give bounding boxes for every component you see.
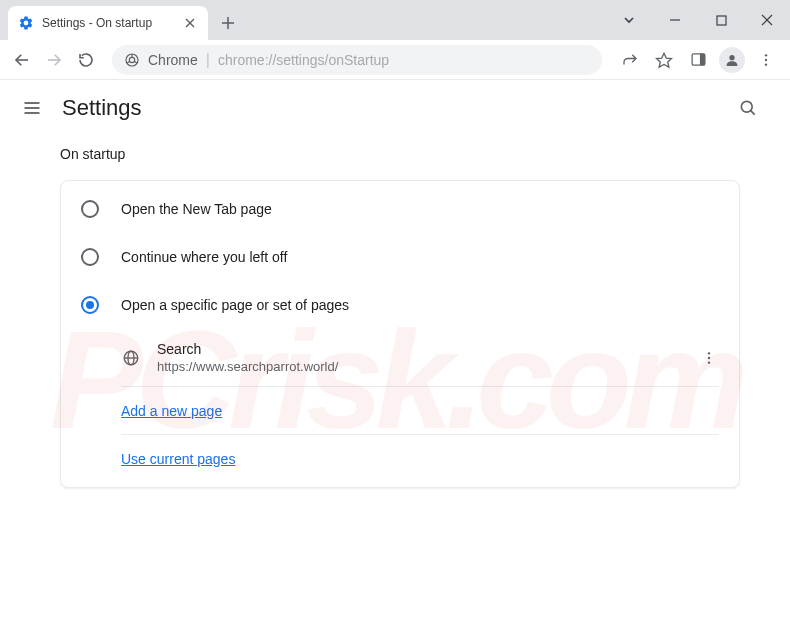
settings-page: PCrisk.com Settings On startup Open the … <box>0 80 790 640</box>
window-title-bar: Settings - On startup <box>0 0 790 40</box>
svg-line-13 <box>134 61 137 63</box>
close-icon[interactable] <box>182 15 198 31</box>
svg-line-26 <box>751 111 755 115</box>
omnibox-path: chrome://settings/onStartup <box>218 52 389 68</box>
content-area: On startup Open the New Tab page Continu… <box>0 136 790 488</box>
address-bar[interactable]: Chrome | chrome://settings/onStartup <box>112 45 602 75</box>
chrome-icon <box>124 52 140 68</box>
browser-toolbar: Chrome | chrome://settings/onStartup <box>0 40 790 80</box>
maximize-button[interactable] <box>698 4 744 36</box>
option-label: Open the New Tab page <box>121 201 272 217</box>
section-title: On startup <box>60 146 740 162</box>
startup-card: Open the New Tab page Continue where you… <box>60 180 740 488</box>
radio-icon <box>81 248 99 266</box>
option-label: Continue where you left off <box>121 249 287 265</box>
entry-title: Search <box>157 341 683 357</box>
kebab-menu-icon[interactable] <box>750 44 782 76</box>
svg-point-31 <box>708 356 710 358</box>
omnibox-origin: Chrome <box>148 52 198 68</box>
omnibox-separator: | <box>206 51 210 69</box>
svg-point-18 <box>729 55 734 60</box>
more-icon[interactable] <box>699 350 719 366</box>
profile-button[interactable] <box>716 44 748 76</box>
specific-pages-block: Search https://www.searchparrot.world/ A… <box>61 329 739 483</box>
tab-title: Settings - On startup <box>42 16 174 30</box>
startup-page-entry: Search https://www.searchparrot.world/ <box>121 329 719 387</box>
svg-point-30 <box>708 352 710 354</box>
forward-button[interactable] <box>40 46 68 74</box>
svg-point-25 <box>741 101 752 112</box>
browser-tab[interactable]: Settings - On startup <box>8 6 208 40</box>
new-tab-button[interactable] <box>214 9 242 37</box>
reload-button[interactable] <box>72 46 100 74</box>
option-new-tab[interactable]: Open the New Tab page <box>61 185 739 233</box>
entry-url: https://www.searchparrot.world/ <box>157 359 683 374</box>
page-title: Settings <box>62 95 736 121</box>
back-button[interactable] <box>8 46 36 74</box>
svg-point-32 <box>708 361 710 363</box>
option-label: Open a specific page or set of pages <box>121 297 349 313</box>
radio-icon-selected <box>81 296 99 314</box>
add-page-link[interactable]: Add a new page <box>121 387 719 435</box>
settings-header: Settings <box>0 80 790 136</box>
share-icon[interactable] <box>614 44 646 76</box>
gear-icon <box>18 15 34 31</box>
svg-point-20 <box>765 58 767 60</box>
svg-marker-15 <box>657 53 672 67</box>
side-panel-icon[interactable] <box>682 44 714 76</box>
minimize-button[interactable] <box>652 4 698 36</box>
use-current-link[interactable]: Use current pages <box>121 435 719 483</box>
bookmark-icon[interactable] <box>648 44 680 76</box>
link-label: Add a new page <box>121 403 222 419</box>
hamburger-icon[interactable] <box>20 96 44 120</box>
tab-search-button[interactable] <box>606 4 652 36</box>
window-controls <box>606 0 790 40</box>
svg-line-14 <box>127 61 130 63</box>
svg-rect-17 <box>699 54 704 65</box>
link-label: Use current pages <box>121 451 235 467</box>
search-icon[interactable] <box>736 96 760 120</box>
svg-point-21 <box>765 63 767 65</box>
svg-point-19 <box>765 54 767 56</box>
option-specific-page[interactable]: Open a specific page or set of pages <box>61 281 739 329</box>
radio-icon <box>81 200 99 218</box>
avatar-icon <box>719 47 745 73</box>
globe-icon <box>121 348 141 368</box>
svg-rect-5 <box>717 16 726 25</box>
close-window-button[interactable] <box>744 4 790 36</box>
option-continue[interactable]: Continue where you left off <box>61 233 739 281</box>
